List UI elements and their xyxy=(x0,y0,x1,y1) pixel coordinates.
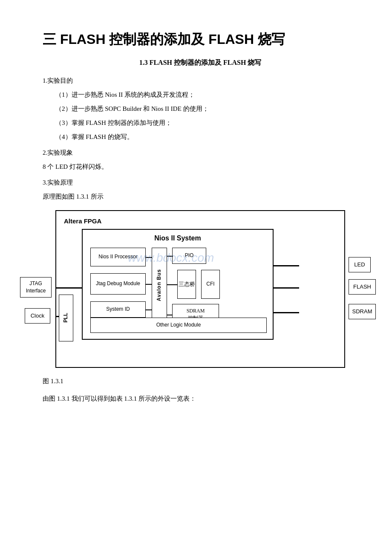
pll-box: PLL xyxy=(59,295,73,341)
altera-fpga-box: Altera FPGA Nios II System Nios II Proce… xyxy=(55,210,345,368)
page-title: 三 FLASH 控制器的添加及 FLASH 烧写 xyxy=(43,30,358,49)
flash-box: FLASH xyxy=(349,279,376,295)
led-box: LED xyxy=(349,257,371,272)
avalon-bus-box: Avalon Bus xyxy=(152,248,167,323)
three-state-bridge-box: 三态桥 xyxy=(177,270,196,299)
diagram-wrapper: Altera FPGA Nios II System Nios II Proce… xyxy=(43,210,358,368)
pll-label: PLL xyxy=(61,313,71,323)
other-logic-box: Other Logic Module xyxy=(90,318,267,333)
list-item: （4）掌握 FLASH 的烧写。 xyxy=(55,131,358,143)
experiment-principle-heading: 3.实验原理 xyxy=(43,177,358,188)
list-item: （1）进一步熟悉 Nios II 系统的构成及开发流程； xyxy=(55,89,358,101)
nios-processor-box: Nios II Processor xyxy=(90,248,146,266)
fig-caption: 图 1.3.1 xyxy=(43,376,358,387)
sdram-box: SDRAM xyxy=(349,304,376,319)
nios-system-box: Nios II System Nios II Processor Jtag De… xyxy=(82,229,274,340)
principle-text: 原理图如图 1.3.1 所示 xyxy=(43,191,358,202)
jtag-debug-box: Jtag Debug Module xyxy=(90,273,146,295)
avalon-bus-label: Avalon Bus xyxy=(155,269,164,301)
phenomenon-text: 8 个 LED 灯花样闪烁。 xyxy=(43,161,358,173)
nios-system-label: Nios II System xyxy=(83,232,273,245)
experiment-purpose-list: （1）进一步熟悉 Nios II 系统的构成及开发流程； （2）进一步熟悉 SO… xyxy=(55,89,358,143)
clock-box: Clock xyxy=(25,308,50,324)
experiment-purpose-heading: 1.实验目的 xyxy=(43,75,358,87)
pio-box: PIO xyxy=(172,248,206,264)
cfi-box: CFI xyxy=(201,270,220,299)
system-id-box: System ID xyxy=(90,301,146,318)
section-title: 1.3 FLASH 控制器的添加及 FLASH 烧写 xyxy=(43,57,358,69)
altera-fpga-label: Altera FPGA xyxy=(64,215,101,227)
conclusion-text: 由图 1.3.1 我们可以得到如表 1.3.1 所示的外设一览表： xyxy=(43,393,358,405)
jtag-interface-box: JTAG Interface xyxy=(20,277,52,298)
list-item: （3）掌握 FLASH 控制器的添加与使用； xyxy=(55,117,358,129)
list-item: （2）进一步熟悉 SOPC Builder 和 Nios II IDE 的使用； xyxy=(55,103,358,115)
experiment-phenomenon-heading: 2.实验现象 xyxy=(43,147,358,159)
